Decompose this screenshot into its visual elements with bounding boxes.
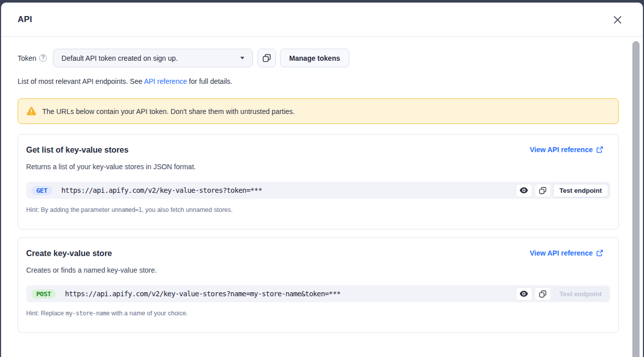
dialog-title: API	[18, 15, 32, 25]
token-dropdown[interactable]: Default API token created on sign up.	[53, 49, 253, 67]
reveal-token-button[interactable]	[516, 287, 532, 301]
endpoint-hint: Hint: Replace my-store-name with a name …	[26, 310, 610, 317]
token-dropdown-value: Default API token created on sign up.	[61, 54, 177, 62]
chevron-down-icon	[240, 57, 244, 59]
endpoint-url-row: POST https://api.apify.com/v2/key-value-…	[26, 285, 610, 302]
close-button[interactable]	[611, 14, 623, 26]
copy-icon	[539, 290, 546, 298]
card-description: Returns a list of your key-value stores …	[26, 163, 610, 171]
help-icon[interactable]: ?	[39, 54, 47, 62]
reveal-token-button[interactable]	[516, 184, 532, 197]
intro-text: List of most relevant API endpoints. See…	[18, 77, 619, 85]
api-reference-link[interactable]: API reference	[144, 77, 187, 85]
scrollbar-thumb[interactable]	[632, 41, 639, 357]
copy-icon	[539, 187, 546, 194]
endpoint-hint: Hint: By adding the parameter unnamed=1,…	[26, 206, 610, 213]
api-dialog: API Token ? Default API token created on…	[1, 3, 643, 357]
manage-tokens-button[interactable]: Manage tokens	[280, 49, 349, 67]
close-icon	[613, 16, 622, 24]
warning-banner: The URLs below contain your API token. D…	[18, 98, 619, 124]
endpoint-url: https://api.apify.com/v2/key-value-store…	[65, 290, 340, 298]
card-description: Creates or finds a named key-value store…	[26, 266, 610, 274]
card-title: Get list of key-value stores	[26, 146, 129, 155]
copy-url-button[interactable]	[534, 287, 551, 301]
method-badge: GET	[31, 186, 52, 195]
view-api-reference-link[interactable]: View API reference	[530, 146, 603, 154]
copy-token-button[interactable]	[257, 49, 276, 67]
copy-url-button[interactable]	[534, 184, 551, 197]
endpoint-url: https://api.apify.com/v2/key-value-store…	[61, 186, 262, 194]
external-link-icon	[596, 250, 603, 257]
warning-triangle-icon	[26, 106, 37, 116]
scrollbar-track	[631, 40, 642, 357]
dialog-body: Token ? Default API token created on sig…	[2, 37, 642, 333]
test-endpoint-button[interactable]: Test endpoint	[553, 184, 608, 197]
external-link-icon	[596, 146, 603, 153]
card-title: Create key-value store	[26, 249, 112, 258]
copy-icon	[262, 54, 271, 62]
token-label: Token ?	[18, 54, 47, 62]
endpoint-card-get-list: Get list of key-value stores View API re…	[18, 134, 619, 229]
method-badge: POST	[31, 289, 56, 299]
view-api-reference-link[interactable]: View API reference	[530, 249, 603, 257]
endpoint-url-row: GET https://api.apify.com/v2/key-value-s…	[26, 182, 610, 199]
dialog-header: API	[2, 3, 642, 37]
token-row: Token ? Default API token created on sig…	[18, 49, 619, 67]
warning-message: The URLs below contain your API token. D…	[42, 107, 295, 115]
eye-icon	[519, 187, 528, 194]
endpoint-card-create-store: Create key-value store View API referenc…	[18, 237, 619, 333]
eye-icon	[519, 290, 528, 297]
test-endpoint-button-disabled: Test endpoint	[553, 287, 608, 301]
